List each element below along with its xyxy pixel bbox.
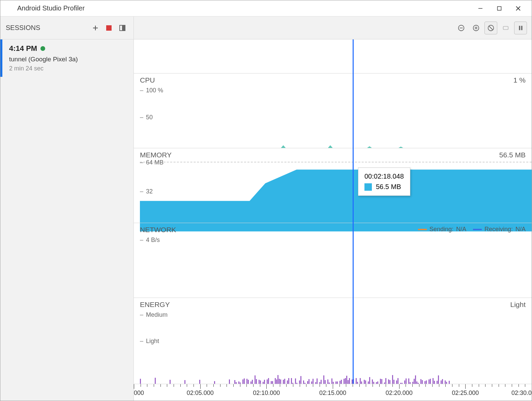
stop-session-button[interactable] bbox=[103, 22, 115, 34]
status-dot-icon bbox=[40, 46, 45, 51]
stop-icon bbox=[106, 25, 112, 31]
session-time-label: 4:14 PM bbox=[9, 44, 37, 53]
sessions-header: SESSIONS bbox=[0, 17, 134, 39]
time-axis-label: 000 bbox=[134, 390, 144, 397]
close-button[interactable] bbox=[509, 2, 528, 15]
time-axis-label: 02:25.000 bbox=[452, 390, 479, 397]
sending-value: N/A bbox=[456, 226, 466, 233]
session-name-device: tunnel (Google Pixel 3a) bbox=[9, 56, 127, 63]
svg-rect-15 bbox=[521, 26, 523, 30]
network-chart[interactable]: NETWORK Sending: N/A Receiving: N/A 4 B/… bbox=[134, 223, 532, 298]
panel-icon bbox=[119, 25, 125, 31]
energy-chart[interactable]: ENERGY Light Medium Light bbox=[134, 298, 532, 384]
svg-line-12 bbox=[489, 26, 493, 30]
toggle-panel-button[interactable] bbox=[117, 22, 128, 34]
session-item[interactable]: 4:14 PM tunnel (Google Pixel 3a) 2 min 2… bbox=[0, 39, 134, 77]
svg-rect-14 bbox=[519, 26, 520, 30]
sending-label: Sending: bbox=[430, 226, 453, 233]
network-legend: Sending: N/A Receiving: N/A bbox=[418, 226, 526, 233]
minimize-button[interactable] bbox=[471, 2, 490, 15]
zoom-reset-button[interactable] bbox=[484, 22, 497, 34]
energy-ytick-medium: Medium bbox=[146, 311, 168, 318]
sessions-sidebar: SESSIONS 4:14 PM tunnel (Google Pixel 3a… bbox=[0, 17, 134, 401]
energy-value: Light bbox=[510, 301, 526, 309]
cpu-chart[interactable]: CPU 1 % 100 % 50 bbox=[134, 73, 532, 148]
zoom-in-button[interactable] bbox=[470, 22, 482, 34]
energy-ytick-light: Light bbox=[146, 338, 159, 345]
network-ytick-4: 4 B/s bbox=[146, 237, 160, 244]
time-axis-label: 02:05.000 bbox=[187, 390, 214, 397]
receiving-label: Receiving: bbox=[484, 226, 513, 233]
zoom-selection-button[interactable] bbox=[499, 22, 512, 34]
profiler-toolbar bbox=[134, 17, 532, 39]
memory-chart[interactable]: MEMORY 56.5 MB 64 MB 32 bbox=[134, 148, 532, 223]
zoom-out-button[interactable] bbox=[455, 22, 468, 34]
tooltip-time: 00:02:18.048 bbox=[364, 173, 404, 180]
session-time: 4:14 PM bbox=[9, 44, 127, 53]
cpu-value: 1 % bbox=[513, 76, 526, 84]
cpu-title: CPU bbox=[140, 76, 513, 84]
session-duration: 2 min 24 sec bbox=[9, 65, 127, 72]
maximize-button[interactable] bbox=[490, 2, 509, 15]
sending-legend-icon bbox=[418, 229, 427, 230]
overview-strip[interactable] bbox=[134, 39, 532, 73]
playhead-line[interactable] bbox=[353, 39, 354, 384]
receiving-legend-icon bbox=[473, 229, 482, 230]
time-axis[interactable]: 00002:05.00002:10.00002:15.00002:20.0000… bbox=[134, 384, 532, 401]
cpu-ytick-50: 50 bbox=[146, 114, 153, 121]
hover-tooltip: 00:02:18.048 56.5 MB bbox=[358, 167, 410, 196]
add-session-button[interactable] bbox=[90, 22, 101, 34]
svg-rect-1 bbox=[498, 6, 501, 10]
svg-rect-13 bbox=[503, 26, 508, 29]
memory-title: MEMORY bbox=[140, 151, 499, 159]
energy-title: ENERGY bbox=[140, 301, 510, 309]
tooltip-value: 56.5 MB bbox=[376, 183, 401, 191]
energy-bars bbox=[140, 374, 532, 384]
window-title: Android Studio Profiler bbox=[17, 4, 471, 12]
network-title: NETWORK bbox=[140, 226, 418, 234]
receiving-value: N/A bbox=[515, 226, 526, 233]
time-axis-label: 02:30.0 bbox=[511, 390, 532, 397]
time-axis-label: 02:10.000 bbox=[253, 390, 280, 397]
pause-button[interactable] bbox=[514, 22, 527, 34]
title-bar: Android Studio Profiler bbox=[0, 0, 532, 17]
sessions-title: SESSIONS bbox=[6, 24, 88, 32]
tooltip-swatch-icon bbox=[364, 183, 372, 191]
charts-area: 00:02:18.048 56.5 MB CPU 1 % 100 % 50 bbox=[134, 39, 532, 401]
time-axis-label: 02:15.000 bbox=[319, 390, 346, 397]
time-axis-label: 02:20.000 bbox=[386, 390, 413, 397]
profiler-content: 00:02:18.048 56.5 MB CPU 1 % 100 % 50 bbox=[134, 17, 532, 401]
cpu-ytick-100: 100 % bbox=[146, 87, 163, 94]
memory-value: 56.5 MB bbox=[499, 151, 526, 159]
memory-area bbox=[140, 162, 532, 232]
